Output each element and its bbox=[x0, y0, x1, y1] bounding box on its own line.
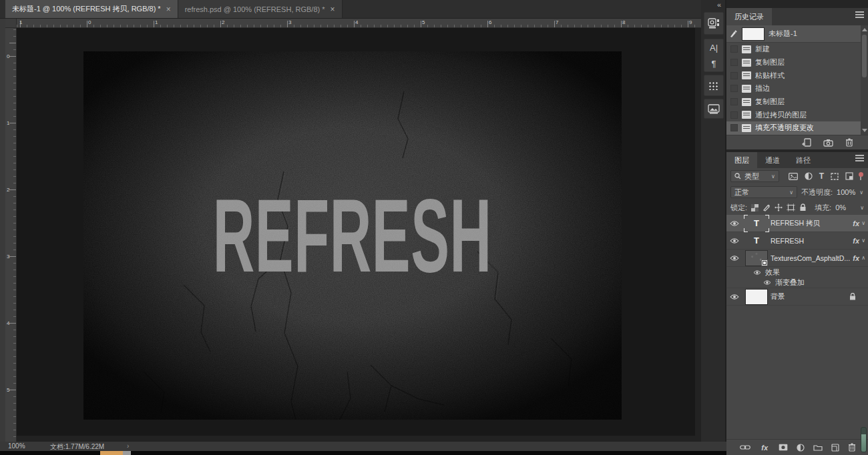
document-tab-refresh-psd[interactable]: refresh.psd @ 100% (REFRESH, RGB/8) * × bbox=[178, 0, 343, 18]
delete-layer-trash-icon[interactable] bbox=[848, 443, 856, 452]
dock-button-properties[interactable] bbox=[704, 12, 724, 35]
layer-name[interactable]: REFRESH bbox=[771, 237, 851, 245]
scroll-up-icon[interactable] bbox=[862, 28, 867, 31]
filter-shape-layers-icon[interactable] bbox=[831, 173, 839, 180]
new-snapshot-camera-icon[interactable] bbox=[823, 139, 833, 147]
dock-button-libraries[interactable] bbox=[704, 99, 724, 119]
filter-kind-icons: T bbox=[789, 171, 853, 181]
chevron-down-icon[interactable]: ∨ bbox=[860, 205, 864, 211]
eye-icon[interactable] bbox=[753, 270, 761, 276]
layer-row-refresh-copy[interactable]: T REFRESH 拷贝 fx ∨ bbox=[726, 215, 868, 232]
add-layer-style-icon[interactable]: fx bbox=[761, 444, 768, 452]
horizontal-scrollbar[interactable] bbox=[17, 436, 701, 442]
vertical-ruler[interactable]: 0 1 2 3 4 5 bbox=[5, 28, 17, 442]
new-document-from-state-icon[interactable] bbox=[802, 138, 811, 147]
history-item[interactable]: 新建 bbox=[726, 43, 861, 56]
tab-channels[interactable]: 通道 bbox=[757, 152, 788, 168]
layer-fx-badge[interactable]: fx bbox=[853, 254, 859, 262]
filter-type-dropdown[interactable]: 类型 ∨ bbox=[730, 170, 779, 182]
layer-row-background[interactable]: 背景 bbox=[726, 288, 868, 306]
layer-thumbnail[interactable]: T bbox=[742, 234, 771, 248]
lock-artboard-icon[interactable] bbox=[787, 203, 795, 211]
new-group-folder-icon[interactable] bbox=[813, 444, 823, 451]
zoom-level-field[interactable]: 100% bbox=[8, 442, 25, 450]
history-source-well[interactable] bbox=[730, 124, 738, 131]
filter-pixel-layers-icon[interactable] bbox=[789, 173, 798, 180]
character-panel-icon[interactable]: A| bbox=[710, 43, 718, 53]
history-item[interactable]: 描边 bbox=[726, 82, 861, 95]
history-item[interactable]: 复制图层 bbox=[726, 56, 861, 69]
filter-smart-objects-icon[interactable] bbox=[845, 172, 853, 180]
lock-image-pixels-brush-icon[interactable] bbox=[763, 203, 771, 211]
history-item[interactable]: 粘贴样式 bbox=[726, 69, 861, 82]
opacity-value[interactable]: 100% bbox=[837, 188, 855, 196]
panel-menu-icon[interactable] bbox=[855, 155, 864, 156]
layer-fx-badge[interactable]: fx bbox=[853, 237, 859, 245]
layer-name[interactable]: REFRESH 拷贝 bbox=[771, 219, 851, 228]
eye-icon[interactable] bbox=[763, 280, 771, 286]
filter-type-layers-icon[interactable]: T bbox=[819, 171, 824, 181]
lock-all-icon[interactable] bbox=[799, 203, 807, 211]
scroll-down-icon[interactable] bbox=[862, 129, 867, 132]
eye-icon bbox=[730, 238, 739, 244]
history-item[interactable]: 通过拷贝的图层 bbox=[726, 108, 861, 121]
layer-row-refresh[interactable]: T REFRESH fx ∨ bbox=[726, 232, 868, 250]
layer-name[interactable]: TexturesCom_AsphaltD... bbox=[771, 254, 851, 262]
lock-transparent-pixels-icon[interactable] bbox=[751, 204, 758, 211]
history-scrollbar[interactable] bbox=[861, 25, 868, 135]
close-icon[interactable]: × bbox=[166, 5, 171, 14]
tab-paths[interactable]: 路径 bbox=[788, 152, 819, 168]
history-item[interactable]: 复制图层 bbox=[726, 95, 861, 109]
layer-thumbnail[interactable] bbox=[742, 250, 771, 266]
horizontal-ruler[interactable]: 1 0 1 2 3 4 5 6 7 8 9 bbox=[17, 19, 701, 28]
dock-button-glyphs[interactable] bbox=[704, 75, 724, 96]
chevron-down-icon[interactable]: ∨ bbox=[861, 238, 865, 244]
history-source-well[interactable] bbox=[730, 59, 738, 66]
document-canvas[interactable]: REFRESH bbox=[83, 51, 622, 420]
scrollbar-thumb[interactable] bbox=[862, 35, 867, 77]
layer-fx-badge[interactable]: fx bbox=[853, 219, 859, 228]
layer-thumbnail[interactable]: T bbox=[742, 216, 771, 231]
fill-value[interactable]: 0% bbox=[835, 203, 846, 211]
visibility-toggle[interactable] bbox=[726, 255, 742, 262]
document-tab-untitled[interactable]: 未标题-1 @ 100% (REFRESH 拷贝, RGB/8) * × bbox=[5, 0, 178, 18]
lock-position-move-icon[interactable] bbox=[775, 203, 783, 211]
effect-item-row[interactable]: 渐变叠加 bbox=[726, 278, 868, 288]
add-layer-mask-icon[interactable] bbox=[779, 444, 788, 451]
pasteboard[interactable]: REFRESH bbox=[17, 28, 701, 442]
history-item-selected[interactable]: 填充不透明度更改 bbox=[726, 121, 861, 135]
delete-trash-icon[interactable] bbox=[845, 138, 853, 147]
new-layer-icon[interactable] bbox=[831, 444, 839, 452]
tab-history[interactable]: 历史记录 bbox=[726, 8, 772, 25]
history-source-well[interactable] bbox=[730, 85, 738, 92]
new-adjustment-layer-icon[interactable] bbox=[797, 444, 805, 452]
visibility-toggle[interactable] bbox=[726, 294, 742, 300]
close-icon[interactable]: × bbox=[331, 5, 335, 14]
layer-filtering-toggle[interactable] bbox=[857, 172, 864, 180]
blend-mode-dropdown[interactable]: 正常 ∨ bbox=[730, 186, 797, 198]
panel-scrollbar-thumb[interactable] bbox=[861, 427, 867, 452]
layer-thumbnail[interactable] bbox=[742, 289, 771, 305]
history-source-well[interactable] bbox=[730, 72, 738, 79]
visibility-toggle[interactable] bbox=[726, 238, 742, 244]
chevron-up-icon[interactable]: ∧ bbox=[861, 255, 865, 261]
ruler-corner[interactable] bbox=[5, 19, 17, 28]
visibility-toggle[interactable] bbox=[726, 220, 742, 227]
layer-row-texture[interactable]: TexturesCom_AsphaltD... fx ∧ bbox=[726, 250, 868, 267]
history-source-well[interactable] bbox=[730, 98, 738, 105]
layer-name[interactable]: 背景 bbox=[771, 292, 849, 302]
chevron-down-icon[interactable]: ∨ bbox=[859, 189, 863, 195]
tab-layers[interactable]: 图层 bbox=[726, 152, 757, 168]
expand-panels-icon[interactable]: « bbox=[717, 1, 721, 9]
filter-adjustment-layers-icon[interactable] bbox=[805, 172, 813, 180]
panel-menu-icon[interactable] bbox=[855, 11, 864, 13]
history-source-well[interactable] bbox=[730, 45, 738, 53]
status-options-arrow-icon[interactable]: › bbox=[127, 442, 129, 450]
effects-summary-row[interactable]: 效果 bbox=[726, 267, 868, 278]
vertical-scrollbar[interactable] bbox=[695, 28, 701, 442]
paragraph-panel-icon[interactable]: ¶ bbox=[712, 59, 716, 69]
link-layers-icon[interactable] bbox=[740, 444, 750, 450]
history-snapshot-row[interactable]: 未标题-1 bbox=[726, 25, 868, 43]
chevron-down-icon[interactable]: ∨ bbox=[861, 220, 865, 226]
history-source-well[interactable] bbox=[730, 111, 738, 119]
